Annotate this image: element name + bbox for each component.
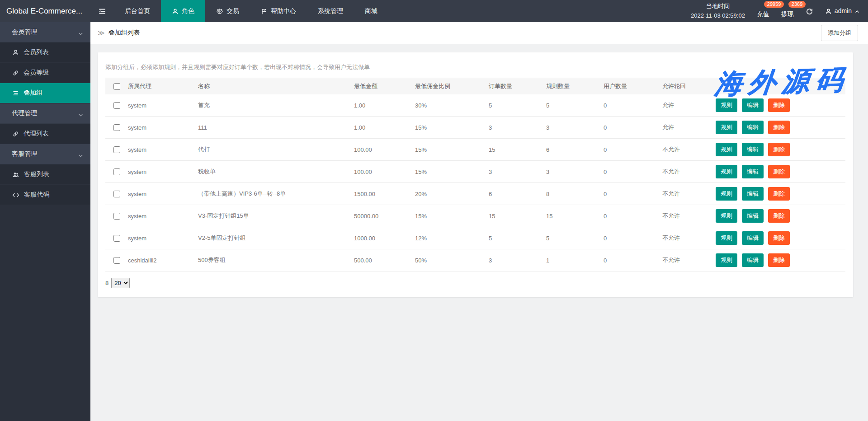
delete-button[interactable]: 删除 [768, 187, 790, 201]
breadcrumb-icon: ≫ [98, 29, 105, 37]
row-checkbox[interactable] [113, 235, 120, 242]
cell-rules: 8 [546, 191, 604, 197]
nav-item-trade[interactable]: 交易 [205, 0, 250, 22]
cell-users: 0 [604, 213, 662, 220]
withdraw-button[interactable]: 2369 提现 [781, 0, 794, 22]
rule-button[interactable]: 规则 [716, 253, 737, 267]
topbar: Global E-Commerce... 后台首页 角色 [0, 0, 868, 22]
recharge-label: 充值 [757, 10, 769, 19]
cell-users: 0 [604, 146, 662, 153]
page-size-select[interactable]: 20 [111, 278, 130, 288]
delete-button[interactable]: 删除 [768, 253, 790, 267]
refresh-button[interactable] [806, 7, 813, 15]
sidebar-item-member-level[interactable]: 会员等级 [0, 63, 90, 83]
edit-button[interactable]: 编辑 [742, 253, 764, 267]
hamburger-icon [98, 7, 106, 15]
delete-button[interactable]: 删除 [768, 209, 790, 223]
cell-rules: 3 [546, 124, 604, 131]
chevron-down-icon [78, 111, 84, 118]
cell-agent: system [128, 191, 198, 197]
row-checkbox[interactable] [113, 213, 120, 220]
delete-button[interactable]: 删除 [768, 121, 790, 134]
delete-button[interactable]: 删除 [768, 143, 790, 156]
cell-name: （带他上高速）VIP3-6单--转--8单 [198, 190, 354, 198]
edit-button[interactable]: 编辑 [742, 143, 764, 156]
sidebar-item-member-list[interactable]: 会员列表 [0, 42, 90, 63]
column-header: 最低佣金比例 [415, 82, 489, 90]
nav-label: 帮助中心 [271, 7, 296, 15]
row-checkbox[interactable] [113, 102, 120, 109]
nav-item-dashboard[interactable]: 后台首页 [114, 0, 161, 22]
refresh-icon [806, 7, 813, 15]
row-checkbox[interactable] [113, 191, 120, 197]
sidebar-item-service-list[interactable]: 客服列表 [0, 164, 90, 185]
rule-button[interactable]: 规则 [716, 121, 737, 134]
sidebar-group-service[interactable]: 客服管理 [0, 144, 90, 164]
edit-button[interactable]: 编辑 [742, 187, 764, 201]
cell-cycle: 不允许 [662, 145, 716, 154]
edit-button[interactable]: 编辑 [742, 121, 764, 134]
sidebar-toggle-button[interactable] [90, 0, 114, 22]
cell-orders: 6 [489, 191, 546, 197]
nav-item-help-center[interactable]: 帮助中心 [250, 0, 307, 22]
link-icon [12, 69, 19, 77]
row-checkbox[interactable] [113, 257, 120, 264]
page-title: 叠加组列表 [108, 29, 140, 37]
column-header: 允许轮回 [662, 82, 716, 90]
cell-rules: 15 [546, 213, 604, 220]
cell-name: 首充 [198, 101, 354, 109]
select-all-checkbox[interactable] [113, 83, 120, 90]
cell-agent: system [128, 146, 198, 153]
rule-button[interactable]: 规则 [716, 98, 737, 112]
table-row: system 税收单 100.00 15% 3 3 0 不允许 规则 编辑 删除 [105, 161, 845, 183]
rule-button[interactable]: 规则 [716, 209, 737, 223]
pagination: 8 20 [105, 278, 845, 288]
rule-button[interactable]: 规则 [716, 187, 737, 201]
sidebar-group-agent[interactable]: 代理管理 [0, 103, 90, 124]
user-menu[interactable]: admin [825, 7, 860, 15]
person-icon [172, 7, 179, 15]
cell-rules: 1 [546, 257, 604, 264]
column-header: 最低金额 [354, 82, 415, 90]
nav-item-mall[interactable]: 商城 [354, 0, 388, 22]
delete-button[interactable]: 删除 [768, 231, 790, 245]
sidebar-item-stack-group[interactable]: 叠加组 [0, 83, 90, 103]
recharge-button[interactable]: 29959 充值 [757, 0, 769, 22]
delete-button[interactable]: 删除 [768, 165, 790, 178]
rule-button[interactable]: 规则 [716, 165, 737, 178]
local-time-value: 2022-11-03 02:59:02 [691, 11, 745, 20]
cell-cycle: 不允许 [662, 190, 716, 198]
cell-commission: 20% [415, 191, 489, 197]
cell-commission: 15% [415, 213, 489, 220]
rule-button[interactable]: 规则 [716, 143, 737, 156]
cell-commission: 15% [415, 146, 489, 153]
sidebar-item-agent-list[interactable]: 代理列表 [0, 124, 90, 144]
add-group-button[interactable]: 添加分组 [821, 25, 858, 41]
cell-rules: 5 [546, 235, 604, 242]
edit-button[interactable]: 编辑 [742, 98, 764, 112]
cell-agent: system [128, 235, 198, 242]
nav-label: 商城 [365, 7, 377, 15]
row-checkbox[interactable] [113, 124, 120, 131]
row-checkbox[interactable] [113, 146, 120, 153]
rule-button[interactable]: 规则 [716, 231, 737, 245]
cell-agent: system [128, 168, 198, 175]
cell-orders: 3 [489, 124, 546, 131]
sidebar-group-member[interactable]: 会员管理 [0, 22, 90, 42]
cell-rules: 5 [546, 102, 604, 109]
delete-button[interactable]: 删除 [768, 98, 790, 112]
edit-button[interactable]: 编辑 [742, 231, 764, 245]
edit-button[interactable]: 编辑 [742, 165, 764, 178]
sidebar-item-service-code[interactable]: 客服代码 [0, 185, 90, 205]
row-checkbox[interactable] [113, 168, 120, 175]
column-header: 订单数量 [489, 82, 546, 90]
table-row: system V3-固定打针组15单 50000.00 15% 15 15 0 … [105, 205, 845, 227]
cell-orders: 3 [489, 168, 546, 175]
cell-users: 0 [604, 102, 662, 109]
nav-item-system[interactable]: 系统管理 [307, 0, 354, 22]
cell-agent: system [128, 213, 198, 220]
notice-text: 添加分组后，必须添加规则，并且规则需要对应好订单个数，若出现不对称情况，会导致用… [105, 63, 845, 71]
nav-item-roles[interactable]: 角色 [161, 0, 205, 22]
sidebar-item-label: 客服代码 [24, 191, 49, 199]
edit-button[interactable]: 编辑 [742, 209, 764, 223]
